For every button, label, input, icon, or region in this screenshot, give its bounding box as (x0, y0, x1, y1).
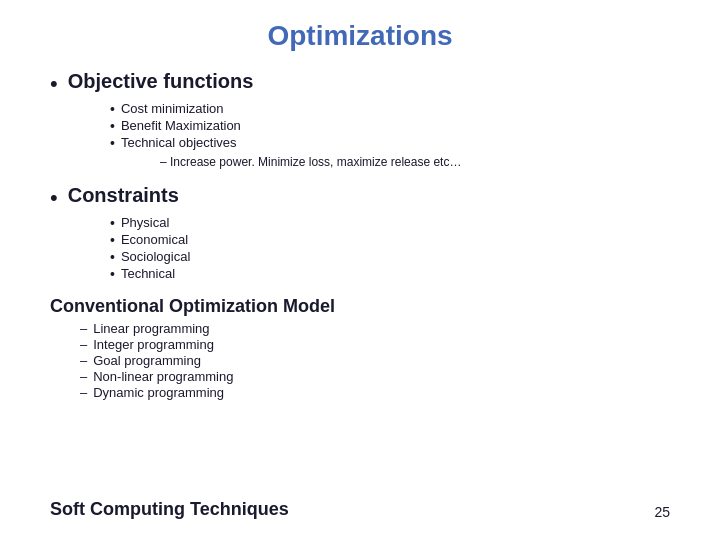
constraints-section: • Constraints • Physical • Economical • … (50, 184, 670, 282)
dash-icon: – (80, 353, 87, 368)
page-number: 25 (654, 504, 670, 520)
constraints-sub-items: • Physical • Economical • Sociological •… (110, 215, 670, 282)
dash-icon: – (80, 337, 87, 352)
dot-icon: • (110, 266, 115, 282)
list-item: • Technical (110, 266, 670, 282)
item-text: Integer programming (93, 337, 214, 352)
slide: Optimizations • Objective functions • Co… (0, 0, 720, 540)
item-text: Non-linear programming (93, 369, 233, 384)
list-item: • Cost minimization (110, 101, 670, 117)
dot-icon: • (110, 118, 115, 134)
slide-title: Optimizations (50, 20, 670, 52)
conventional-section: Conventional Optimization Model – Linear… (50, 296, 670, 400)
dash-icon: – (80, 321, 87, 336)
item-text: Sociological (121, 249, 190, 264)
item-text: Benefit Maximization (121, 118, 241, 133)
item-text: Dynamic programming (93, 385, 224, 400)
list-item: – Goal programming (80, 353, 670, 368)
list-item: – Dynamic programming (80, 385, 670, 400)
sub-note: – Increase power. Minimize loss, maximiz… (160, 152, 670, 170)
objective-heading-row: • Objective functions (50, 70, 670, 97)
list-item: • Economical (110, 232, 670, 248)
list-item: • Benefit Maximization (110, 118, 670, 134)
dot-icon: • (110, 135, 115, 151)
list-item: – Linear programming (80, 321, 670, 336)
dot-icon: • (110, 232, 115, 248)
objective-bullet: • (50, 71, 58, 97)
item-text: Cost minimization (121, 101, 224, 116)
dash-icon: – (80, 369, 87, 384)
item-text: Physical (121, 215, 169, 230)
item-text: Technical objectives (121, 135, 237, 150)
dot-icon: • (110, 249, 115, 265)
objective-heading: Objective functions (68, 70, 254, 93)
sub-note-text: – Increase power. Minimize loss, maximiz… (160, 155, 461, 169)
list-item: • Technical objectives (110, 135, 670, 151)
item-text: Linear programming (93, 321, 209, 336)
list-item: – Integer programming (80, 337, 670, 352)
list-item: – Non-linear programming (80, 369, 670, 384)
item-text: Goal programming (93, 353, 201, 368)
dot-icon: • (110, 101, 115, 117)
list-item: • Sociological (110, 249, 670, 265)
item-text: Technical (121, 266, 175, 281)
constraints-bullet: • (50, 185, 58, 211)
dash-icon: – (80, 385, 87, 400)
objective-sub-items: • Cost minimization • Benefit Maximizati… (110, 101, 670, 170)
objective-section: • Objective functions • Cost minimizatio… (50, 70, 670, 170)
dot-icon: • (110, 215, 115, 231)
soft-computing-label: Soft Computing Techniques (50, 499, 289, 520)
constraints-heading: Constraints (68, 184, 179, 207)
conventional-items: – Linear programming – Integer programmi… (80, 321, 670, 400)
list-item: • Physical (110, 215, 670, 231)
conventional-heading: Conventional Optimization Model (50, 296, 670, 317)
item-text: Economical (121, 232, 188, 247)
constraints-heading-row: • Constraints (50, 184, 670, 211)
